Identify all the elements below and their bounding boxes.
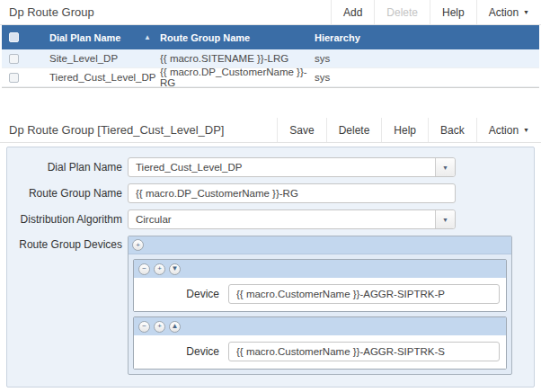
row-checkbox-cell	[2, 73, 39, 83]
device-label: Device	[139, 345, 219, 358]
section-gap	[0, 88, 541, 118]
device-item-header: − + ▲	[134, 317, 506, 335]
sort-ascending-icon: ▲	[144, 34, 151, 41]
device-input[interactable]	[228, 284, 500, 304]
back-button[interactable]: Back	[428, 118, 476, 142]
column-header-hierarchy[interactable]: Hierarchy	[315, 32, 539, 43]
column-header-route-group-name[interactable]: Route Group Name	[160, 32, 315, 43]
detail-toolbar: Dp Route Group [Tiered_Cust_Level_DP] Sa…	[0, 118, 541, 143]
caret-down-icon: ▼	[523, 127, 529, 133]
table-row[interactable]: Tiered_Cust_Level_DP {{ macro.DP_Custome…	[2, 68, 539, 87]
table-row[interactable]: Site_Level_DP {{ macro.SITENAME }}-LRG s…	[2, 49, 539, 68]
delete-button[interactable]: Delete	[374, 0, 430, 24]
caret-down-icon: ▼	[523, 9, 529, 15]
row-checkbox-cell	[2, 54, 39, 64]
detail-page-title: Dp Route Group [Tiered_Cust_Level_DP]	[0, 118, 277, 142]
column-header-dial-plan-name[interactable]: Dial Plan Name ▲	[39, 32, 160, 43]
help-button[interactable]: Help	[381, 118, 428, 142]
move-up-button[interactable]: ▲	[169, 321, 181, 333]
add-device-button[interactable]: +	[154, 263, 165, 275]
add-button[interactable]: Add	[331, 0, 374, 24]
distribution-algorithm-label: Distribution Algorithm	[7, 213, 122, 226]
detail-form: Dial Plan Name Tiered_Cust_Level_DP ▼ Ro…	[6, 147, 535, 388]
dial-plan-name-select[interactable]: Tiered_Cust_Level_DP ▼	[128, 157, 456, 177]
cell-hierarchy: sys	[315, 53, 539, 64]
distribution-algorithm-select[interactable]: Circular ▼	[128, 209, 456, 229]
distribution-algorithm-selected-value: Circular	[129, 214, 435, 225]
field-row-route-group-devices: Route Group Devices + − + ▼ Device	[7, 236, 534, 375]
row-checkbox[interactable]	[9, 54, 19, 64]
field-row-dial-plan-name: Dial Plan Name Tiered_Cust_Level_DP ▼	[7, 157, 534, 177]
dropdown-arrow-icon[interactable]: ▼	[435, 158, 455, 176]
route-group-table: Dial Plan Name ▲ Route Group Name Hierar…	[2, 25, 539, 88]
move-down-button[interactable]: ▼	[169, 263, 181, 275]
devices-panel-header: +	[129, 236, 511, 254]
device-item: − + ▼ Device	[133, 259, 507, 312]
help-button[interactable]: Help	[430, 0, 476, 24]
device-field-row: Device	[134, 335, 506, 369]
action-menu-button[interactable]: Action ▼	[476, 118, 541, 142]
route-group-devices-label: Route Group Devices	[7, 236, 122, 251]
dial-plan-name-selected-value: Tiered_Cust_Level_DP	[129, 162, 435, 173]
list-toolbar: Dp Route Group Add Delete Help Action ▼	[0, 0, 541, 25]
cell-dial-plan-name: Site_Level_DP	[39, 53, 160, 64]
action-menu-button[interactable]: Action ▼	[476, 0, 541, 24]
list-page-title: Dp Route Group	[0, 0, 331, 24]
cell-hierarchy: sys	[315, 72, 539, 83]
header-checkbox-cell	[2, 32, 39, 42]
table-header-row: Dial Plan Name ▲ Route Group Name Hierar…	[2, 25, 539, 49]
route-group-devices-panel: + − + ▼ Device − +	[128, 236, 512, 375]
device-item-header: − + ▼	[134, 260, 506, 278]
action-menu-label: Action	[489, 6, 519, 19]
remove-device-button[interactable]: −	[138, 321, 150, 333]
dropdown-arrow-icon[interactable]: ▼	[435, 210, 455, 228]
field-row-route-group-name: Route Group Name	[7, 183, 534, 203]
cell-route-group-name: {{ macro.DP_CustomerName }}-RG	[160, 67, 315, 88]
device-label: Device	[139, 288, 219, 300]
select-all-checkbox[interactable]	[9, 32, 19, 42]
route-group-name-input[interactable]	[128, 183, 456, 203]
action-menu-label: Action	[489, 124, 519, 137]
column-header-label: Dial Plan Name	[49, 32, 120, 43]
save-button[interactable]: Save	[277, 118, 325, 142]
cell-route-group-name: {{ macro.SITENAME }}-LRG	[160, 53, 315, 64]
row-checkbox[interactable]	[9, 73, 19, 83]
device-field-row: Device	[134, 278, 506, 311]
delete-button[interactable]: Delete	[326, 118, 382, 142]
detail-section: Dp Route Group [Tiered_Cust_Level_DP] Sa…	[0, 118, 541, 388]
add-device-button[interactable]: +	[132, 239, 144, 251]
list-section: Dp Route Group Add Delete Help Action ▼ …	[0, 0, 541, 88]
dial-plan-name-label: Dial Plan Name	[7, 161, 122, 174]
route-group-name-label: Route Group Name	[7, 187, 122, 200]
device-input[interactable]	[228, 342, 500, 361]
remove-device-button[interactable]: −	[138, 263, 150, 275]
device-item: − + ▲ Device	[133, 316, 507, 370]
add-device-button[interactable]: +	[154, 321, 165, 333]
field-row-distribution-algorithm: Distribution Algorithm Circular ▼	[7, 209, 534, 229]
cell-dial-plan-name: Tiered_Cust_Level_DP	[39, 72, 160, 83]
